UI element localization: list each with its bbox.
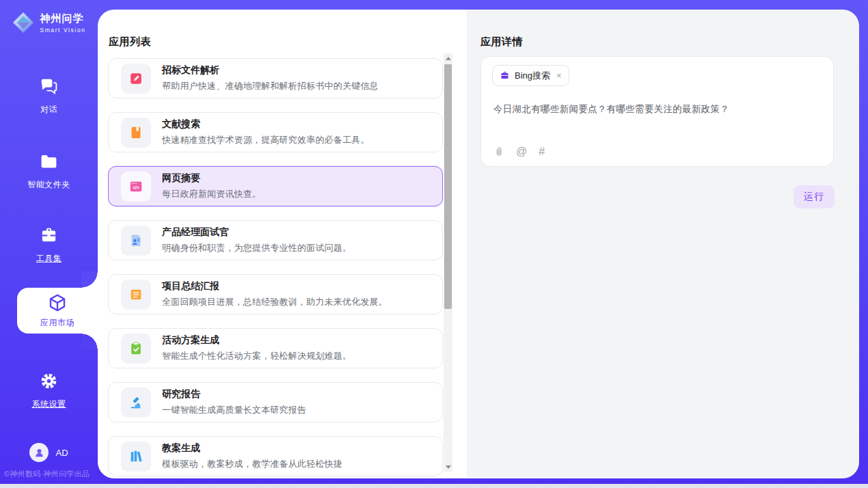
run-button[interactable]: 运行 [794,185,835,208]
app-list-panel: 应用列表 招标文件解析 帮助用户快速、准确地理解和解析招标书中的关键信息 [98,10,467,478]
app-card-pm-interviewer[interactable]: 产品经理面试官 明确身份和职责，为您提供专业性的面试问题。 [108,220,443,260]
cube-icon [47,293,68,313]
copyright-text: ©神州数码·神州问学出品 [4,469,90,479]
paperclip-icon[interactable] [493,146,504,158]
gear-icon [39,371,59,391]
scrollbar-thumb[interactable] [444,64,452,309]
sidebar-item-chat[interactable]: 对话 [0,77,98,116]
app-desc: 每日政府新闻资讯快查。 [162,188,261,200]
app-name: 文献搜索 [162,118,370,131]
close-icon[interactable]: × [556,71,562,80]
app-card-bid-analysis[interactable]: 招标文件解析 帮助用户快速、准确地理解和解析招标书中的关键信息 [108,58,443,98]
user-icon [33,447,45,459]
books-icon [121,442,151,472]
sidebar-item-label: 对话 [0,104,98,116]
app-detail-panel: 应用详情 Bing搜索 × 今日湖北有哪些新闻要点？有哪些需要关注的最新政策？ [467,10,859,478]
app-name: 神州问学 [40,12,85,25]
interview-icon [121,226,151,256]
app-card-web-summary[interactable]: </> 网页摘要 每日政府新闻资讯快查。 [108,166,443,206]
tool-tag-bing-search[interactable]: Bing搜索 × [492,65,569,86]
app-card-project-summary[interactable]: 项目总结汇报 全面回顾项目进展，总结经验教训，助力未来优化发展。 [108,274,443,314]
content-frame: 应用列表 招标文件解析 帮助用户快速、准确地理解和解析招标书中的关键信息 [98,10,859,478]
mention-icon[interactable]: @ [516,146,527,158]
user-name: AD [55,448,68,458]
app-card-lesson-plan[interactable]: 教案生成 模板驱动，教案秒成，教学准备从此轻松快捷 [108,436,443,476]
app-desc: 帮助用户快速、准确地理解和解析招标书中的关键信息 [162,80,379,92]
app-logo: 神州问学 Smart Vision [0,11,98,34]
sidebar-item-settings[interactable]: 系统设置 [0,371,98,410]
app-detail-title: 应用详情 [480,36,523,49]
app-desc: 明确身份和职责，为您提供专业性的面试问题。 [162,242,351,254]
app-name: 教案生成 [162,442,342,455]
book-icon [121,118,151,148]
prompt-input[interactable]: 今日湖北有哪些新闻要点？有哪些需要关注的最新政策？ [493,103,822,116]
toolbox-icon [39,226,59,245]
app-name: 活动方案生成 [162,334,351,347]
bottom-edge-strip [0,484,868,488]
sidebar-item-label: 系统设置 [0,398,98,410]
app-list-title: 应用列表 [109,36,151,49]
svg-text:</>: </> [133,185,139,190]
prompt-toolbar: @ # [493,146,545,158]
app-card-event-plan[interactable]: 活动方案生成 智能生成个性化活动方案，轻松解决规划难题。 [108,328,443,368]
app-desc: 一键智能生成高质量长文本研究报告 [162,404,306,416]
logo-diamond-icon [12,11,35,34]
app-card-literature-search[interactable]: 文献搜索 快速精准查找学术资源，提高研究效率的必备工具。 [108,112,443,152]
app-desc: 智能生成个性化活动方案，轻松解决规划难题。 [162,350,351,362]
app-list-scrollbar[interactable] [444,53,452,472]
folder-icon [39,152,59,172]
avatar [29,443,49,462]
app-name: 招标文件解析 [162,64,379,77]
chat-icon [39,77,59,96]
app-desc: 全面回顾项目进展，总结经验教训，助力未来优化发展。 [162,296,388,308]
app-list: 招标文件解析 帮助用户快速、准确地理解和解析招标书中的关键信息 文献搜索 快速精… [108,58,443,478]
app-subtitle: Smart Vision [40,27,85,33]
sidebar-item-smart-folder[interactable]: 智能文件夹 [0,152,98,191]
sidebar: 神州问学 Smart Vision 对话 智能文件夹 工具集 [0,0,98,484]
sidebar-item-toolset[interactable]: 工具集 [0,226,98,265]
sidebar-item-app-market[interactable]: 应用市场 [17,288,98,334]
user-account[interactable]: AD [0,443,98,462]
summary-note-icon [121,280,151,310]
app-name: 网页摘要 [162,172,261,185]
web-code-icon: </> [121,172,151,202]
prompt-card: Bing搜索 × 今日湖北有哪些新闻要点？有哪些需要关注的最新政策？ @ # [480,56,834,167]
scroll-down-icon[interactable] [444,462,452,472]
sidebar-item-label: 工具集 [0,253,98,265]
clipboard-check-icon [121,334,151,364]
app-desc: 模板驱动，教案秒成，教学准备从此轻松快捷 [162,458,342,470]
edit-doc-icon [121,64,151,94]
briefcase-icon [500,70,510,81]
app-card-research-report[interactable]: 研究报告 一键智能生成高质量长文本研究报告 [108,382,443,422]
sidebar-item-label: 智能文件夹 [0,179,98,191]
app-name: 项目总结汇报 [162,280,388,293]
app-desc: 快速精准查找学术资源，提高研究效率的必备工具。 [162,134,370,146]
sidebar-item-label: 应用市场 [40,317,74,329]
app-name: 研究报告 [162,388,306,401]
app-name: 产品经理面试官 [162,226,351,239]
microscope-icon [121,388,151,418]
tool-tag-label: Bing搜索 [515,70,550,82]
scroll-up-icon[interactable] [444,53,452,63]
hash-icon[interactable]: # [539,146,545,158]
